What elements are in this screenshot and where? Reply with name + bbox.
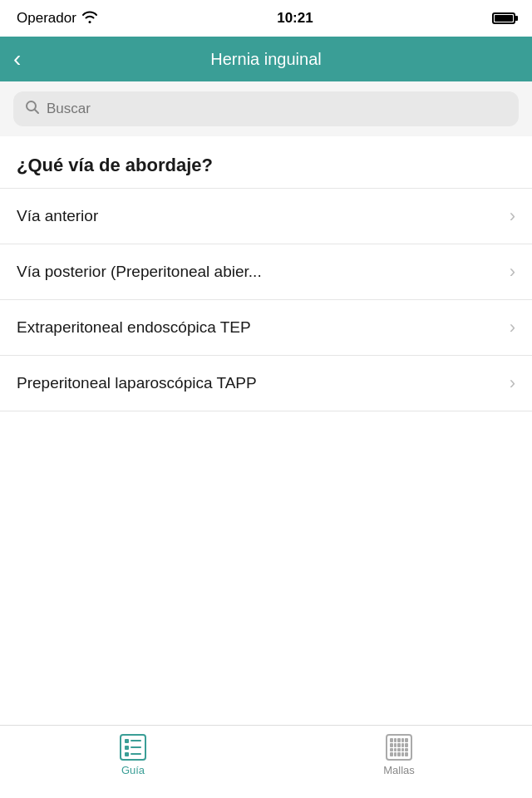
search-input[interactable] (47, 101, 507, 117)
status-bar: Operador 10:21 (0, 0, 532, 37)
mallas-icon (386, 734, 412, 761)
list-item[interactable]: Vía posterior (Preperitoneal abier... › (0, 244, 532, 300)
tab-mallas-label: Mallas (383, 764, 415, 776)
search-bar (13, 91, 519, 126)
list-item-label: Vía anterior (17, 207, 98, 225)
chevron-right-icon: › (510, 261, 515, 283)
section-header: ¿Qué vía de abordaje? (0, 136, 532, 189)
tab-guia[interactable]: Guía (0, 734, 266, 776)
content: ¿Qué vía de abordaje? Vía anterior › Vía… (0, 136, 532, 725)
status-time: 10:21 (277, 10, 313, 27)
list-item-label: Extraperitoneal endoscópica TEP (17, 318, 251, 337)
chevron-right-icon: › (510, 205, 515, 227)
search-container (0, 81, 532, 136)
guia-icon (120, 734, 146, 761)
status-carrier: Operador (17, 10, 98, 27)
chevron-right-icon: › (510, 372, 515, 394)
list-item-label: Preperitoneal laparoscópica TAPP (17, 374, 257, 392)
tab-mallas[interactable]: Mallas (266, 734, 532, 776)
search-icon (25, 100, 40, 119)
battery-icon (492, 12, 515, 24)
nav-bar: ‹ Hernia inguinal (0, 37, 532, 81)
section-header-text: ¿Qué vía de abordaje? (17, 155, 213, 175)
chevron-right-icon: › (510, 317, 515, 338)
tab-guia-label: Guía (121, 764, 145, 776)
list-item[interactable]: Preperitoneal laparoscópica TAPP › (0, 356, 532, 411)
tab-bar: Guía (0, 725, 532, 798)
status-battery (492, 12, 515, 24)
list-item-label: Vía posterior (Preperitoneal abier... (17, 263, 262, 281)
back-button[interactable]: ‹ (13, 47, 47, 71)
nav-title: Hernia inguinal (47, 50, 485, 69)
list-item[interactable]: Vía anterior › (0, 189, 532, 244)
list-item[interactable]: Extraperitoneal endoscópica TEP › (0, 300, 532, 356)
wifi-icon (81, 10, 98, 27)
